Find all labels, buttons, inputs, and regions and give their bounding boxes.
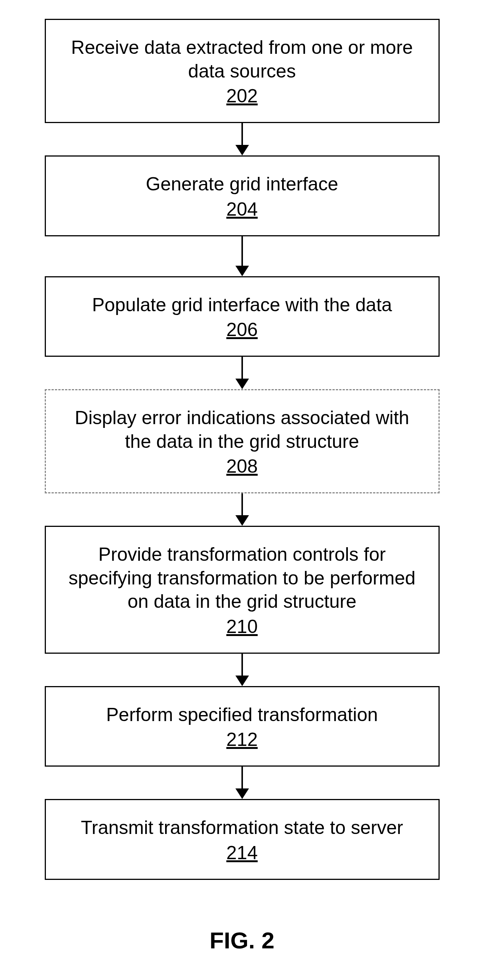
flow-step-208: Display error indications associated wit… xyxy=(45,389,440,493)
flow-step-label: Generate grid interface xyxy=(61,172,424,196)
arrow-down-icon xyxy=(235,493,249,526)
flow-step-214: Transmit transformation state to server2… xyxy=(45,799,440,880)
arrow-down-icon xyxy=(235,123,249,156)
flow-step-ref: 206 xyxy=(61,319,424,340)
flow-step-212: Perform specified transformation212 xyxy=(45,686,440,767)
flow-step-ref: 210 xyxy=(61,616,424,638)
flow-step-204: Generate grid interface204 xyxy=(45,156,440,236)
flow-step-label: Display error indications associated wit… xyxy=(61,406,424,453)
arrow-down-icon xyxy=(235,767,249,799)
flow-step-label: Populate grid interface with the data xyxy=(61,293,424,317)
figure-caption: FIG. 2 xyxy=(0,927,484,954)
flow-step-202: Receive data extracted from one or more … xyxy=(45,19,440,123)
flow-step-ref: 208 xyxy=(61,455,424,477)
flow-step-label: Receive data extracted from one or more … xyxy=(61,36,424,83)
flow-step-ref: 204 xyxy=(61,198,424,220)
flow-step-ref: 202 xyxy=(61,85,424,107)
flow-step-ref: 212 xyxy=(61,729,424,751)
flowchart: Receive data extracted from one or more … xyxy=(43,19,441,880)
flow-step-label: Transmit transformation state to server xyxy=(61,816,424,840)
arrow-down-icon xyxy=(235,236,249,276)
flow-step-206: Populate grid interface with the data206 xyxy=(45,276,440,357)
arrow-down-icon xyxy=(235,654,249,686)
flow-step-label: Perform specified transformation xyxy=(61,703,424,727)
flow-step-210: Provide transformation controls for spec… xyxy=(45,526,440,654)
flow-step-label: Provide transformation controls for spec… xyxy=(61,542,424,613)
flow-step-ref: 214 xyxy=(61,842,424,864)
arrow-down-icon xyxy=(235,357,249,389)
